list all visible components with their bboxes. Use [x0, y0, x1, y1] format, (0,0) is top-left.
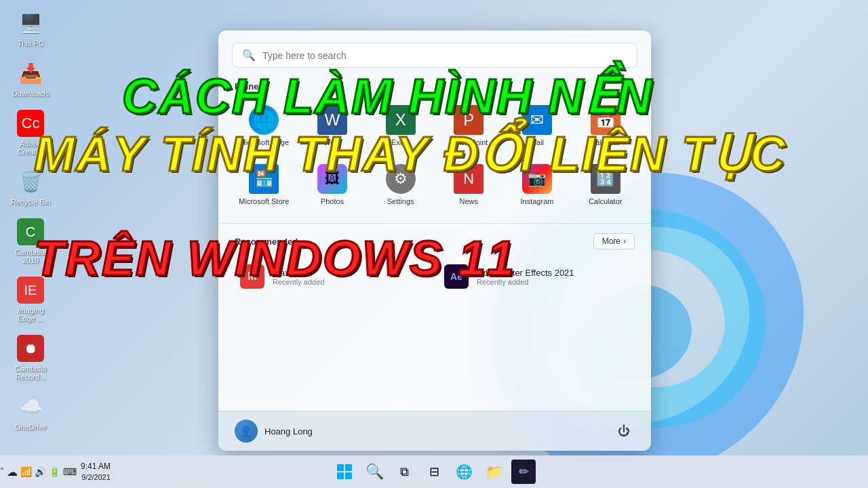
onedrive-icon: ☁️	[17, 393, 44, 420]
keyboard-icon[interactable]: ⌨	[63, 466, 77, 477]
instagram-app-label: Instagram	[510, 197, 564, 205]
pinned-photos[interactable]: 🖼 Photos	[300, 159, 365, 211]
pinned-settings[interactable]: ⚙ Settings	[368, 159, 433, 211]
calculator-app-icon: 🔢	[591, 164, 620, 194]
recycle-icon: 🗑️	[17, 168, 44, 195]
downloads-label: Downloads	[12, 89, 49, 98]
desktop-icon-camrec[interactable]: ⏺ Camtasia Record...	[7, 332, 54, 384]
word-app-label: Word	[305, 138, 359, 146]
pinned-calendar[interactable]: 📅 Calendar	[573, 100, 637, 152]
ppt-app-icon: P	[454, 105, 484, 135]
windows-logo-icon	[337, 464, 352, 479]
svg-rect-6	[345, 472, 352, 479]
rec-ae[interactable]: Ae Adobe After Effects 2021 Recently add…	[436, 258, 637, 296]
clock[interactable]: 9:41 AM 9/2/2021	[81, 461, 111, 483]
pinned-instagram[interactable]: 📷 Instagram	[505, 159, 570, 211]
recommended-title: Recommended	[235, 237, 298, 247]
settings-app-label: Settings	[374, 197, 428, 205]
calculator-app-label: Calculator	[578, 197, 633, 205]
ae-sub: Recently added	[477, 278, 574, 286]
downloads-icon: 📥	[17, 60, 44, 87]
maxon-sub: Recently added	[273, 278, 324, 286]
taskbar-taskview-button[interactable]: ⧉	[392, 460, 416, 484]
search-icon: 🔍	[242, 49, 256, 62]
ae-name: Adobe After Effects 2021	[477, 268, 574, 278]
ppt-app-label: PowerPoint	[441, 138, 496, 146]
desktop-icon-this-pc[interactable]: 🖥️ This PC	[7, 7, 54, 50]
camtasia-icon: C	[17, 218, 44, 245]
cloud-icon[interactable]: ☁	[7, 466, 18, 479]
onedrive-label: OneDrive	[15, 423, 46, 431]
pinned-word[interactable]: W Word	[300, 100, 365, 152]
calendar-app-label: Calendar	[578, 138, 633, 146]
ae-info: Adobe After Effects 2021 Recently added	[477, 268, 574, 286]
desktop: 🖥️ This PC 📥 Downloads Cc Adobe Creati..…	[0, 0, 868, 488]
system-icons: ˄ ☁ 📶 🔊 🔋 ⌨	[0, 466, 77, 479]
pinned-grid-row1: 🌐 Microsoft Edge W Word X Excel P PowerP…	[218, 97, 651, 159]
desktop-icon-recycle[interactable]: 🗑️ Recycle Bin	[7, 165, 54, 209]
clock-date: 9/2/2021	[81, 472, 111, 483]
adobe-icon: Cc	[17, 110, 44, 137]
svg-rect-4	[345, 464, 352, 471]
instagram-app-icon: 📷	[522, 164, 552, 194]
pinned-news[interactable]: N News	[437, 159, 501, 211]
pinned-mail[interactable]: ✉ Mail	[505, 100, 570, 152]
news-app-label: News	[441, 197, 496, 205]
desktop-icon-onedrive[interactable]: ☁️ OneDrive	[7, 390, 54, 434]
mail-app-icon: ✉	[522, 105, 552, 135]
start-button[interactable]	[332, 460, 357, 484]
chevron-icon[interactable]: ˄	[0, 467, 4, 476]
volume-icon[interactable]: 🔊	[35, 466, 46, 477]
camtasia-label: Camtasia 2019	[9, 248, 52, 264]
search-bar[interactable]: 🔍	[232, 43, 637, 68]
start-menu: 🔍 Pinned 🌐 Microsoft Edge W Word X Excel…	[218, 30, 651, 451]
start-bottom-bar: 👤 Hoang Long ⏻	[218, 411, 651, 451]
taskbar-snap-button[interactable]: ⊟	[422, 460, 446, 484]
taskbar-app-button[interactable]: ✏	[511, 460, 536, 484]
more-label: More	[602, 237, 620, 246]
photos-app-label: Photos	[305, 197, 359, 205]
camrec-label: Camtasia Record...	[9, 365, 52, 381]
edge-app-icon: 🌐	[249, 105, 279, 135]
maxon-info: Maxon Recently added	[273, 268, 324, 286]
pinned-edge[interactable]: 🌐 Microsoft Edge	[232, 100, 296, 152]
pinned-store[interactable]: 🏪 Microsoft Store	[232, 159, 296, 211]
pinned-ppt[interactable]: P PowerPoint	[437, 100, 501, 152]
recommended-header: Recommended More ›	[218, 229, 651, 253]
settings-app-icon: ⚙	[386, 164, 416, 194]
user-info[interactable]: 👤 Hoang Long	[235, 420, 313, 443]
word-app-icon: W	[317, 105, 347, 135]
recommended-items: M Maxon Recently added Ae Adobe After Ef…	[218, 253, 651, 302]
separator	[218, 223, 651, 224]
taskbar-search-button[interactable]: 🔍	[362, 460, 387, 484]
this-pc-label: This PC	[17, 39, 43, 47]
taskbar-center: 🔍 ⧉ ⊟ 🌐 📁 ✏	[332, 460, 536, 484]
desktop-icon-camtasia[interactable]: C Camtasia 2019	[7, 216, 54, 267]
rec-maxon[interactable]: M Maxon Recently added	[232, 258, 433, 296]
taskbar-right: ˄ ☁ 📶 🔊 🔋 ⌨ 9:41 AM 9/2/2021	[0, 461, 117, 483]
store-app-icon: 🏪	[249, 164, 279, 194]
user-avatar: 👤	[235, 420, 258, 443]
desktop-icon-downloads[interactable]: 📥 Downloads	[7, 57, 54, 100]
desktop-icon-imaging[interactable]: IE Imaging Edge ...	[7, 274, 54, 325]
desktop-icons: 🖥️ This PC 📥 Downloads Cc Adobe Creati..…	[7, 7, 54, 434]
more-button[interactable]: More ›	[593, 233, 635, 249]
wifi-icon[interactable]: 📶	[20, 466, 32, 477]
power-button[interactable]: ⏻	[613, 420, 635, 442]
store-app-label: Microsoft Store	[237, 197, 291, 205]
recycle-label: Recycle Bin	[11, 198, 50, 206]
ae-icon: Ae	[444, 264, 469, 289]
imaging-icon: IE	[17, 277, 44, 304]
desktop-icon-adobe[interactable]: Cc Adobe Creati...	[7, 107, 54, 159]
search-input[interactable]	[262, 50, 627, 61]
user-name: Hoang Long	[264, 426, 313, 436]
pinned-excel[interactable]: X Excel	[368, 100, 433, 152]
pinned-calculator[interactable]: 🔢 Calculator	[573, 159, 637, 211]
svg-rect-3	[337, 464, 344, 471]
taskbar-files-button[interactable]: 📁	[481, 460, 506, 484]
battery-icon[interactable]: 🔋	[49, 466, 60, 477]
news-app-icon: N	[454, 164, 484, 194]
taskbar-edge-button[interactable]: 🌐	[452, 460, 476, 484]
mail-app-label: Mail	[510, 138, 564, 146]
clock-time: 9:41 AM	[81, 461, 111, 472]
